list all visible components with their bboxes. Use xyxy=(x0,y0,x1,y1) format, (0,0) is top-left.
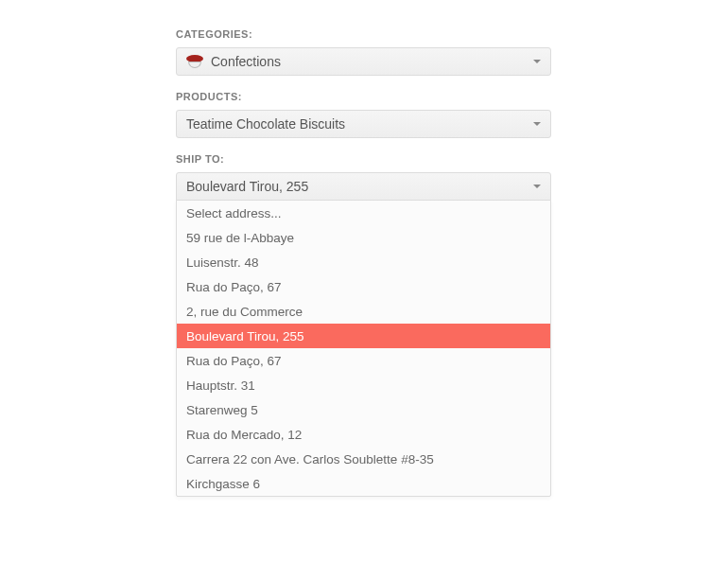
chevron-down-icon xyxy=(533,60,541,63)
shipto-option[interactable]: Select address... xyxy=(177,201,550,225)
shipto-option[interactable]: Hauptstr. 31 xyxy=(177,373,550,397)
products-label: PRODUCTS: xyxy=(176,91,728,102)
shipto-option[interactable]: Starenweg 5 xyxy=(177,397,550,422)
shipto-group: SHIP TO: Boulevard Tirou, 255 Select add… xyxy=(176,153,728,497)
confections-icon xyxy=(186,55,203,68)
shipto-label: SHIP TO: xyxy=(176,153,728,165)
shipto-dropdown[interactable]: Boulevard Tirou, 255 xyxy=(176,172,551,201)
chevron-down-icon xyxy=(533,122,541,126)
shipto-selected-text: Boulevard Tirou, 255 xyxy=(186,179,526,194)
shipto-option[interactable]: Boulevard Tirou, 255 xyxy=(177,324,550,348)
products-group: PRODUCTS: Teatime Chocolate Biscuits xyxy=(176,91,728,138)
categories-group: CATEGORIES: Confections xyxy=(176,28,728,76)
products-dropdown[interactable]: Teatime Chocolate Biscuits xyxy=(176,110,551,138)
categories-dropdown[interactable]: Confections xyxy=(176,47,551,76)
shipto-option[interactable]: Carrera 22 con Ave. Carlos Soublette #8-… xyxy=(177,447,550,471)
shipto-option[interactable]: Rua do Mercado, 12 xyxy=(177,422,550,447)
products-selected-text: Teatime Chocolate Biscuits xyxy=(186,116,526,132)
shipto-option[interactable]: Rua do Paço, 67 xyxy=(177,348,550,373)
shipto-option[interactable]: Luisenstr. 48 xyxy=(177,250,550,274)
chevron-down-icon xyxy=(533,185,541,188)
categories-label: CATEGORIES: xyxy=(176,28,728,40)
shipto-option[interactable]: Rua do Paço, 67 xyxy=(177,274,550,299)
shipto-options-list: Select address...59 rue de l-AbbayeLuise… xyxy=(176,200,551,497)
shipto-option[interactable]: Kirchgasse 6 xyxy=(177,471,550,496)
shipto-option[interactable]: 2, rue du Commerce xyxy=(177,299,550,324)
categories-selected-text: Confections xyxy=(211,54,526,69)
shipto-option[interactable]: 59 rue de l-Abbaye xyxy=(177,225,550,250)
